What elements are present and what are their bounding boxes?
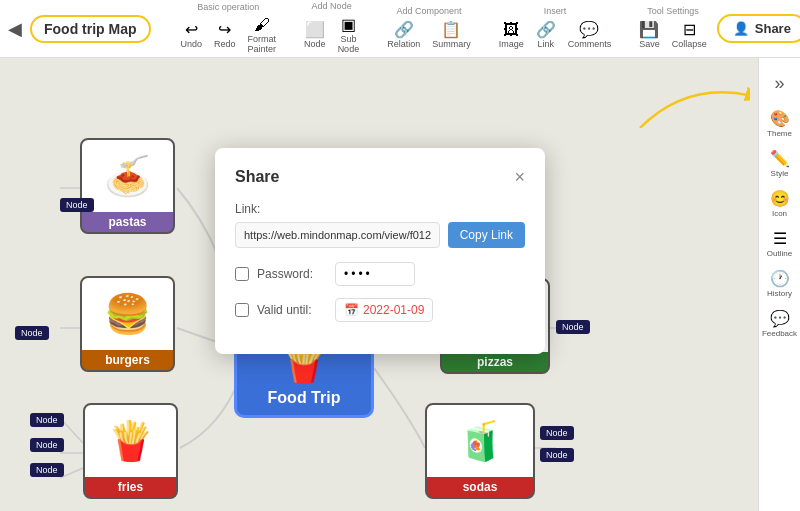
modal-overlay: Share × Link: Copy Link Password: Valid … [0,58,800,511]
comments-label: Comments [568,39,612,49]
insert-group: Insert 🖼 Image 🔗 Link 💬 Comments [495,6,616,51]
relation-icon: 🔗 [394,20,414,39]
save-icon: 💾 [639,20,659,39]
undo-button[interactable]: ↩ Undo [177,18,207,51]
sub-node-label: Sub Node [338,34,360,54]
summary-button[interactable]: 📋 Summary [428,18,475,51]
relation-label: Relation [387,39,420,49]
image-label: Image [499,39,524,49]
share-button[interactable]: 👤 Share [717,14,800,43]
redo-label: Redo [214,39,236,49]
add-node-label: Add Node [312,1,352,11]
toolbar: ◀ Food trip Map Basic operation ↩ Undo ↪… [0,0,800,58]
image-button[interactable]: 🖼 Image [495,19,528,51]
node-label: Node [304,39,326,49]
comments-icon: 💬 [579,20,599,39]
sub-node-icon: ▣ [341,15,356,34]
password-input[interactable] [335,262,415,286]
redo-button[interactable]: ↪ Redo [210,18,240,51]
sub-node-button[interactable]: ▣ Sub Node [334,13,364,56]
add-component-items: 🔗 Relation 📋 Summary [383,18,475,51]
share-label: Share [755,21,791,36]
password-row: Password: [235,262,525,286]
basic-operation-items: ↩ Undo ↪ Redo 🖌 Format Painter [177,14,281,56]
comments-button[interactable]: 💬 Comments [564,18,616,51]
add-node-items: ⬜ Node ▣ Sub Node [300,13,363,56]
add-component-group: Add Component 🔗 Relation 📋 Summary [383,6,475,51]
link-label: Link [537,39,554,49]
format-painter-label: Format Painter [248,34,277,54]
modal-header: Share × [235,168,525,186]
share-icon: 👤 [733,21,749,36]
link-button[interactable]: 🔗 Link [532,18,560,51]
copy-link-button[interactable]: Copy Link [448,222,525,248]
link-input[interactable] [235,222,440,248]
basic-operation-group: Basic operation ↩ Undo ↪ Redo 🖌 Format P… [177,2,281,56]
valid-until-checkbox[interactable] [235,303,249,317]
node-icon: ⬜ [305,20,325,39]
format-painter-icon: 🖌 [254,16,270,34]
insert-items: 🖼 Image 🔗 Link 💬 Comments [495,18,616,51]
save-button[interactable]: 💾 Save [635,18,664,51]
link-icon: 🔗 [536,20,556,39]
undo-label: Undo [181,39,203,49]
node-button[interactable]: ⬜ Node [300,18,330,51]
valid-until-row: Valid until: 📅 2022-01-09 [235,298,525,322]
summary-label: Summary [432,39,471,49]
tool-settings-items: 💾 Save ⊟ Collapse [635,18,711,51]
basic-operation-label: Basic operation [197,2,259,12]
link-row: Copy Link [235,222,525,248]
back-button[interactable]: ◀ [8,18,22,40]
tool-settings-label: Tool Settings [647,6,699,16]
share-modal: Share × Link: Copy Link Password: Valid … [215,148,545,354]
collapse-button[interactable]: ⊟ Collapse [668,18,711,51]
insert-label: Insert [544,6,567,16]
map-title[interactable]: Food trip Map [30,15,151,43]
add-component-label: Add Component [396,6,461,16]
summary-icon: 📋 [441,20,461,39]
date-value: 2022-01-09 [363,303,424,317]
collapse-icon: ⊟ [683,20,696,39]
calendar-icon: 📅 [344,303,359,317]
password-label: Password: [257,267,327,281]
password-checkbox[interactable] [235,267,249,281]
tool-settings-group: Tool Settings 💾 Save ⊟ Collapse [635,6,711,51]
modal-close-button[interactable]: × [514,168,525,186]
undo-icon: ↩ [185,20,198,39]
format-painter-button[interactable]: 🖌 Format Painter [244,14,281,56]
canvas: 🍝 pastas Node 🍔 burgers Node 🍟 fries Nod… [0,58,800,511]
relation-button[interactable]: 🔗 Relation [383,18,424,51]
image-icon: 🖼 [503,21,519,39]
link-field-label: Link: [235,202,525,216]
redo-icon: ↪ [218,20,231,39]
valid-until-label: Valid until: [257,303,327,317]
collapse-label: Collapse [672,39,707,49]
add-node-group: Add Node ⬜ Node ▣ Sub Node [300,1,363,56]
modal-title: Share [235,168,279,186]
save-label: Save [639,39,660,49]
date-picker[interactable]: 📅 2022-01-09 [335,298,433,322]
